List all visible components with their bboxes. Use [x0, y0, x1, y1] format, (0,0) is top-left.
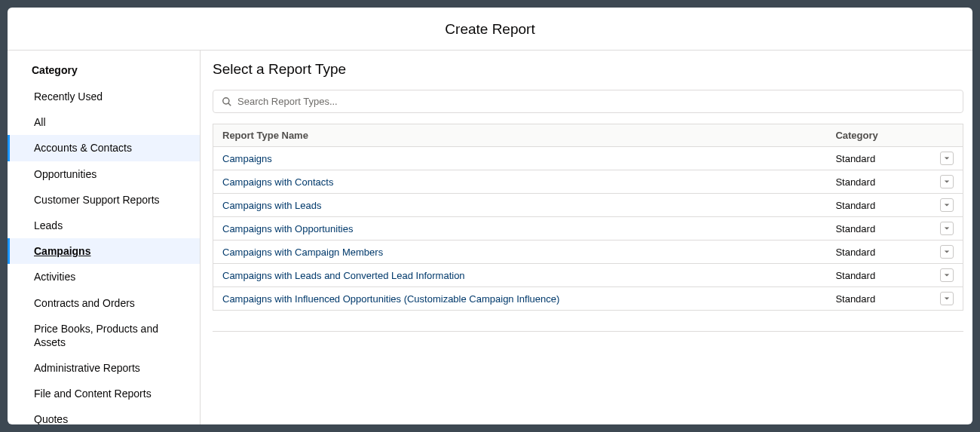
- sidebar-item-contracts-and-orders[interactable]: Contracts and Orders: [8, 290, 200, 316]
- table-footer-spacer: [213, 311, 963, 332]
- sidebar-item-opportunities[interactable]: Opportunities: [8, 161, 200, 187]
- report-category-cell: Standard: [826, 287, 931, 311]
- sidebar-item-label: Quotes: [34, 413, 68, 424]
- report-type-link[interactable]: Campaigns with Campaign Members: [222, 247, 383, 258]
- report-type-table: Report Type Name Category CampaignsStand…: [213, 124, 963, 311]
- col-header-actions: [931, 124, 963, 147]
- sidebar-item-recently-used[interactable]: Recently Used: [8, 84, 200, 109]
- sidebar-item-administrative-reports[interactable]: Administrative Reports: [8, 355, 200, 381]
- svg-line-1: [228, 103, 231, 106]
- report-type-link[interactable]: Campaigns: [222, 153, 272, 164]
- report-type-link[interactable]: Campaigns with Opportunities: [222, 223, 353, 234]
- col-header-category[interactable]: Category: [826, 124, 931, 147]
- sidebar-item-label: Opportunities: [34, 168, 96, 180]
- sidebar-item-price-books-products-and-assets[interactable]: Price Books, Products and Assets: [8, 316, 200, 355]
- row-action-button[interactable]: [940, 175, 954, 188]
- report-category-cell: Standard: [826, 147, 931, 170]
- main-panel: Select a Report Type Report Type Name Ca…: [201, 51, 972, 424]
- sidebar-item-label: All: [34, 116, 46, 128]
- search-wrapper: [213, 90, 963, 113]
- table-row[interactable]: CampaignsStandard: [213, 147, 963, 170]
- table-row[interactable]: Campaigns with Campaign MembersStandard: [213, 241, 963, 264]
- sidebar-item-label: Accounts & Contacts: [34, 142, 132, 154]
- row-action-button[interactable]: [940, 152, 954, 165]
- sidebar-item-label: File and Content Reports: [34, 388, 152, 400]
- sidebar-item-file-and-content-reports[interactable]: File and Content Reports: [8, 381, 200, 406]
- chevron-down-icon: [944, 296, 950, 302]
- svg-point-0: [223, 97, 229, 103]
- sidebar-item-label: Recently Used: [34, 90, 103, 103]
- table-row[interactable]: Campaigns with Leads and Converted Lead …: [213, 264, 963, 287]
- report-category-cell: Standard: [826, 217, 931, 241]
- report-category-cell: Standard: [826, 170, 931, 194]
- report-type-link[interactable]: Campaigns with Contacts: [222, 176, 333, 188]
- report-type-link[interactable]: Campaigns with Influenced Opportunities …: [222, 293, 559, 305]
- sidebar-item-label: Leads: [34, 219, 63, 231]
- modal-body: Category Recently UsedAllAccounts & Cont…: [8, 51, 972, 424]
- report-category-cell: Standard: [826, 194, 931, 217]
- main-title: Select a Report Type: [213, 61, 963, 78]
- sidebar: Category Recently UsedAllAccounts & Cont…: [8, 51, 201, 424]
- sidebar-item-all[interactable]: All: [8, 109, 200, 135]
- sidebar-item-accounts-contacts[interactable]: Accounts & Contacts: [8, 135, 200, 161]
- sidebar-item-customer-support-reports[interactable]: Customer Support Reports: [8, 187, 200, 213]
- sidebar-item-activities[interactable]: Activities: [8, 264, 200, 290]
- table-row[interactable]: Campaigns with ContactsStandard: [213, 170, 963, 194]
- sidebar-heading: Category: [8, 60, 200, 84]
- table-row[interactable]: Campaigns with Influenced Opportunities …: [213, 287, 963, 311]
- table-row[interactable]: Campaigns with LeadsStandard: [213, 194, 963, 217]
- report-type-link[interactable]: Campaigns with Leads: [222, 200, 322, 211]
- sidebar-item-label: Activities: [34, 271, 75, 283]
- row-action-button[interactable]: [940, 222, 954, 235]
- sidebar-item-leads[interactable]: Leads: [8, 213, 200, 238]
- chevron-down-icon: [944, 179, 950, 185]
- search-input[interactable]: [213, 90, 963, 113]
- sidebar-item-label: Contracts and Orders: [34, 297, 135, 309]
- row-action-button[interactable]: [940, 268, 954, 282]
- row-action-button[interactable]: [940, 292, 954, 305]
- report-type-link[interactable]: Campaigns with Leads and Converted Lead …: [222, 270, 465, 281]
- sidebar-item-label: Price Books, Products and Assets: [34, 323, 158, 348]
- modal-header: Create Report: [8, 8, 972, 51]
- modal-title: Create Report: [8, 21, 972, 38]
- sidebar-item-campaigns[interactable]: Campaigns: [8, 238, 200, 264]
- row-action-button[interactable]: [940, 245, 954, 259]
- sidebar-item-quotes[interactable]: Quotes: [8, 406, 200, 424]
- chevron-down-icon: [944, 202, 950, 208]
- chevron-down-icon: [944, 249, 950, 255]
- create-report-modal: Create Report Category Recently UsedAllA…: [8, 8, 972, 424]
- table-row[interactable]: Campaigns with OpportunitiesStandard: [213, 217, 963, 241]
- col-header-name[interactable]: Report Type Name: [213, 124, 827, 147]
- sidebar-item-label: Campaigns: [34, 245, 90, 257]
- sidebar-item-label: Administrative Reports: [34, 362, 140, 374]
- report-category-cell: Standard: [826, 241, 931, 264]
- chevron-down-icon: [944, 155, 950, 161]
- report-category-cell: Standard: [826, 264, 931, 287]
- search-icon: [222, 97, 232, 107]
- chevron-down-icon: [944, 272, 950, 278]
- chevron-down-icon: [944, 225, 950, 231]
- row-action-button[interactable]: [940, 198, 954, 212]
- sidebar-item-label: Customer Support Reports: [34, 194, 160, 206]
